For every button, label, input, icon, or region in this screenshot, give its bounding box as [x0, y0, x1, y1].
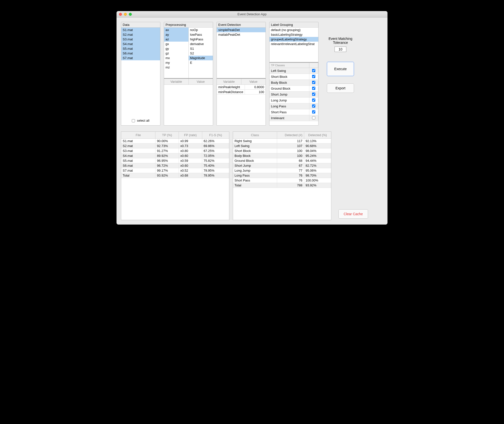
- cell-count: 107: [277, 144, 304, 148]
- tp-class-checkbox[interactable]: [312, 98, 315, 102]
- signal-item[interactable]: my: [164, 60, 188, 65]
- var-row[interactable]: minPeakDistance100: [217, 90, 266, 95]
- var-value[interactable]: 0.8000: [245, 85, 266, 89]
- tp-class-row: Long Pass: [269, 103, 318, 109]
- signal-item[interactable]: mx: [164, 56, 188, 60]
- col-file: File: [121, 132, 155, 138]
- strategy-item[interactable]: groupedLabelingStrategy: [269, 37, 318, 42]
- signal-item[interactable]: ax: [164, 28, 188, 32]
- tp-class-label: Long Jump: [269, 98, 309, 103]
- top-row: Data S1.matS2.matS3.matS4.matS5.matS6.ma…: [121, 22, 383, 126]
- data-file-list[interactable]: S1.matS2.matS3.matS4.matS5.matS6.matS7.m…: [121, 28, 160, 114]
- table-row[interactable]: S7.mat99.17%x0.5278.95%: [121, 168, 229, 173]
- operation-item[interactable]: S2: [189, 51, 213, 56]
- operation-item[interactable]: Magnitude: [189, 56, 213, 60]
- tp-class-checkbox[interactable]: [312, 69, 315, 72]
- table-row[interactable]: S1.mat90.00%x0.9962.26%: [121, 139, 229, 144]
- table-row[interactable]: S5.mat96.95%x0.5975.82%: [121, 158, 229, 163]
- table-row[interactable]: S6.mat96.72%x0.6075.40%: [121, 163, 229, 168]
- tp-class-label: Long Pass: [269, 103, 309, 109]
- detection-method-list[interactable]: simplePeakDetmatlabPeakDet: [217, 28, 266, 78]
- tp-class-label: Short Pass: [269, 109, 309, 115]
- execute-button[interactable]: Execute: [327, 62, 354, 76]
- data-file-item[interactable]: S7.mat: [121, 56, 160, 60]
- event-detection-panel: Event Detection simplePeakDetmatlabPeakD…: [217, 22, 266, 126]
- table-row[interactable]: Left Swing10790.68%: [233, 144, 331, 148]
- select-all-checkbox[interactable]: [132, 119, 135, 122]
- operation-item[interactable]: lowPass: [189, 32, 213, 37]
- operation-item[interactable]: derivative: [189, 42, 213, 46]
- table-row[interactable]: S3.mat91.27%x0.8067.25%: [121, 148, 229, 153]
- tp-class-checkbox[interactable]: [312, 104, 315, 108]
- data-file-item[interactable]: S1.mat: [121, 28, 160, 32]
- tp-class-row: Left Swing: [269, 68, 318, 74]
- preprocessing-var-table: Variable Value: [164, 78, 213, 125]
- operation-list[interactable]: noOplowPasshighPassderivativeS1S2Magnitu…: [189, 28, 213, 78]
- table-row[interactable]: Total93.92%x0.6878.95%: [121, 173, 229, 178]
- table-row[interactable]: S4.mat89.92%x0.6072.05%: [121, 153, 229, 158]
- preprocessing-panel: Preprocessing axayazgxgygzmxmymz noOplow…: [164, 22, 213, 126]
- tp-class-checkbox[interactable]: [312, 75, 315, 78]
- table-row[interactable]: Long Pass7698.70%: [233, 173, 331, 178]
- tp-class-checkbox[interactable]: [312, 81, 315, 84]
- operation-item[interactable]: noOp: [189, 28, 213, 32]
- table-row[interactable]: Total78893.92%: [233, 183, 331, 188]
- tp-class-checkbox[interactable]: [312, 87, 315, 90]
- strategy-item[interactable]: relevantIrrelevantLabelingStrat: [269, 42, 318, 46]
- table-row[interactable]: Right Swing11792.13%: [233, 139, 331, 144]
- table-row[interactable]: Long Jump7795.06%: [233, 168, 331, 173]
- data-file-item[interactable]: S6.mat: [121, 51, 160, 56]
- data-file-item[interactable]: S4.mat: [121, 42, 160, 46]
- table-row[interactable]: Short Block10098.04%: [233, 148, 331, 153]
- data-file-item[interactable]: S3.mat: [121, 37, 160, 42]
- label-grouping-title: Label Grouping: [269, 22, 318, 28]
- signal-item[interactable]: gz: [164, 51, 188, 56]
- tp-class-checkbox[interactable]: [312, 93, 315, 96]
- export-button[interactable]: Export: [327, 83, 354, 93]
- signal-item[interactable]: az: [164, 37, 188, 42]
- data-file-item[interactable]: S5.mat: [121, 46, 160, 51]
- table-row[interactable]: Body Block10095.24%: [233, 153, 331, 158]
- cell-tp: 91.27%: [155, 148, 179, 153]
- var-row[interactable]: minPeakHeight0.8000: [217, 85, 266, 90]
- var-value[interactable]: 100: [245, 90, 266, 94]
- cell-pct: 98.70%: [304, 173, 331, 178]
- cell-class: Long Jump: [233, 168, 277, 173]
- signal-item[interactable]: gy: [164, 46, 188, 51]
- tolerance-input[interactable]: [335, 47, 346, 52]
- table-row[interactable]: Short Jump6782.72%: [233, 163, 331, 168]
- table-row[interactable]: Short Pass76100.00%: [233, 178, 331, 183]
- tp-class-checkbox[interactable]: [312, 116, 315, 119]
- class-results-body[interactable]: Right Swing11792.13%Left Swing10790.68%S…: [233, 139, 331, 220]
- cell-pct: 92.13%: [304, 139, 331, 143]
- strategy-item[interactable]: basicLabelingStrategy: [269, 32, 318, 37]
- detection-method-item[interactable]: simplePeakDet: [217, 28, 266, 32]
- tp-class-checkbox[interactable]: [312, 110, 315, 114]
- strategy-list[interactable]: default (no grouping)basicLabelingStrate…: [269, 28, 318, 62]
- data-panel: Data S1.matS2.matS3.matS4.matS5.matS6.ma…: [121, 22, 160, 126]
- operation-item[interactable]: E: [189, 60, 213, 65]
- cell-tp: 93.92%: [155, 173, 179, 178]
- table-row[interactable]: S2.mat92.73%x0.7369.86%: [121, 144, 229, 148]
- col-pct: Detected (%): [304, 132, 331, 138]
- operation-item[interactable]: highPass: [189, 37, 213, 42]
- strategy-item[interactable]: default (no grouping): [269, 28, 318, 32]
- cell-file: S6.mat: [121, 163, 155, 168]
- signal-list[interactable]: axayazgxgygzmxmymz: [164, 28, 189, 78]
- table-row[interactable]: Ground Block6894.44%: [233, 158, 331, 163]
- operation-item[interactable]: S1: [189, 46, 213, 51]
- signal-item[interactable]: ay: [164, 32, 188, 37]
- content-area: Data S1.matS2.matS3.matS4.matS5.matS6.ma…: [117, 17, 387, 225]
- tp-class-row: Ground Block: [269, 86, 318, 92]
- detection-method-item[interactable]: matlabPeakDet: [217, 32, 266, 37]
- tp-class-row: Long Jump: [269, 98, 318, 103]
- label-grouping-panel: Label Grouping default (no grouping)basi…: [269, 22, 319, 126]
- event-detection-title: Event Detection: [217, 22, 266, 28]
- signal-item[interactable]: gx: [164, 42, 188, 46]
- file-results-body[interactable]: S1.mat90.00%x0.9962.26%S2.mat92.73%x0.73…: [121, 139, 229, 220]
- data-file-item[interactable]: S2.mat: [121, 32, 160, 37]
- cell-pct: 94.44%: [304, 158, 331, 163]
- cell-file: S7.mat: [121, 168, 155, 173]
- signal-item[interactable]: mz: [164, 65, 188, 70]
- clear-cache-button[interactable]: Clear Cache: [338, 209, 368, 219]
